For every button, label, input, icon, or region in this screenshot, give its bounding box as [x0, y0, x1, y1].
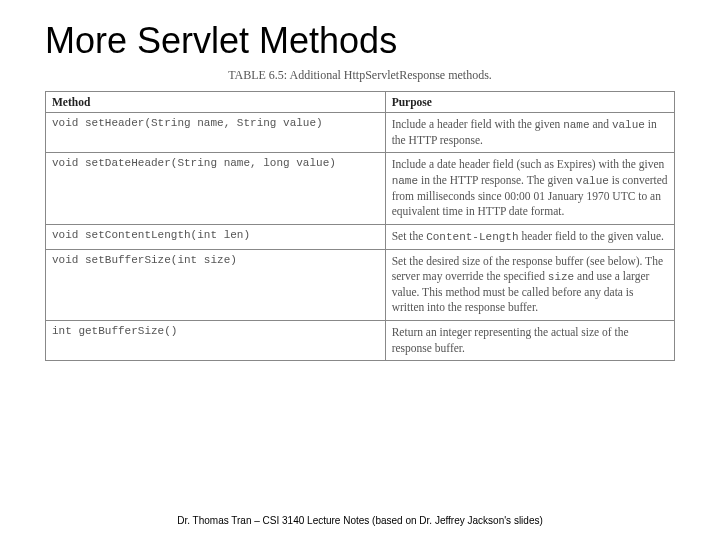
method-purpose: Include a header field with the given na… [385, 113, 674, 153]
col-header-purpose: Purpose [385, 92, 674, 113]
method-signature: void setDateHeader(String name, long val… [46, 153, 386, 224]
method-purpose: Return an integer representing the actua… [385, 320, 674, 360]
table-row: int getBufferSize()Return an integer rep… [46, 320, 675, 360]
table-row: void setBufferSize(int size)Set the desi… [46, 249, 675, 320]
methods-table: Method Purpose void setHeader(String nam… [45, 91, 675, 361]
method-signature: void setContentLength(int len) [46, 224, 386, 249]
slide-title: More Servlet Methods [45, 20, 675, 62]
method-purpose: Set the desired size of the response buf… [385, 249, 674, 320]
method-purpose: Set the Content-Length header field to t… [385, 224, 674, 249]
table-row: void setDateHeader(String name, long val… [46, 153, 675, 224]
table-caption: TABLE 6.5: Additional HttpServletRespons… [45, 68, 675, 83]
method-signature: void setBufferSize(int size) [46, 249, 386, 320]
method-signature: int getBufferSize() [46, 320, 386, 360]
table-row: void setContentLength(int len)Set the Co… [46, 224, 675, 249]
method-purpose: Include a date header field (such as Exp… [385, 153, 674, 224]
col-header-method: Method [46, 92, 386, 113]
table-row: void setHeader(String name, String value… [46, 113, 675, 153]
method-signature: void setHeader(String name, String value… [46, 113, 386, 153]
slide-footer: Dr. Thomas Tran – CSI 3140 Lecture Notes… [0, 515, 720, 526]
